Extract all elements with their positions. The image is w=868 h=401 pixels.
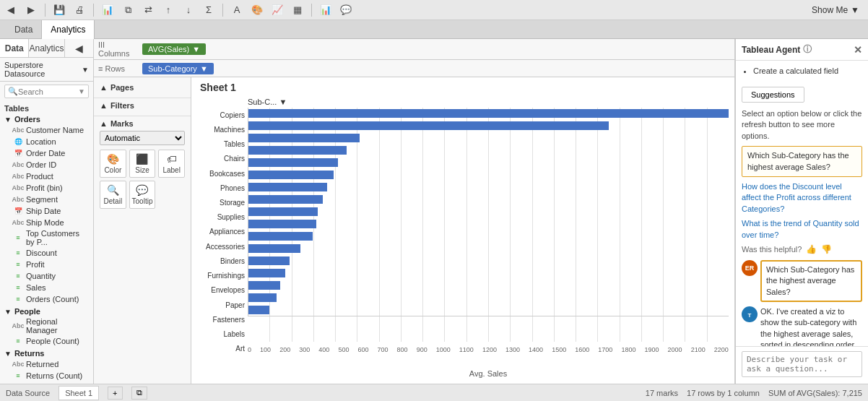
back-btn[interactable]: ◀ <box>3 2 19 18</box>
filter-icon[interactable]: ▼ <box>78 87 85 95</box>
label-btn[interactable]: 🏷 Label <box>158 150 185 178</box>
bar-envelopes <box>248 256 290 265</box>
tab-data[interactable]: Data <box>6 20 42 39</box>
bar-row-copiers[interactable] <box>248 108 729 119</box>
suggestions-button-1[interactable]: Suggestions <box>742 87 804 103</box>
bar-row-tables[interactable] <box>248 132 729 144</box>
new-sheet-button[interactable]: + <box>108 387 122 400</box>
field-order-id[interactable]: AbcOrder ID <box>0 159 93 171</box>
caption-btn[interactable]: 💬 <box>338 2 354 18</box>
bar-row-appliances[interactable] <box>248 206 729 217</box>
bar-row-fasteners[interactable] <box>248 280 729 291</box>
agent-close-button[interactable]: ✕ <box>854 44 862 56</box>
sidebar-tab-data[interactable]: Data <box>0 39 29 57</box>
field-customer-name[interactable]: AbcCustomer Name <box>0 124 93 136</box>
col-header-row: Sub-C... ▼ <box>197 98 729 106</box>
bar-row-furnishings[interactable] <box>248 243 729 254</box>
sidebar-tab-analytics[interactable]: Analytics <box>29 39 64 57</box>
field-order-date[interactable]: 📅Order Date <box>0 147 93 159</box>
returns-group-header[interactable]: ▼ Returns <box>0 348 93 358</box>
sort-desc-btn[interactable]: ↓ <box>181 2 196 18</box>
highlight-btn[interactable]: A <box>229 2 245 18</box>
field-profit[interactable]: ≡Profit <box>0 259 93 270</box>
color-btn[interactable]: 🎨 <box>249 2 265 18</box>
sidebar-collapse-btn[interactable]: ◀ <box>65 39 93 57</box>
detail-btn[interactable]: 🔍 Detail <box>100 181 126 209</box>
highlighted-suggestion-card[interactable]: Which Sub-Category has the highest avera… <box>742 146 862 177</box>
agent-header: Tableau Agent ⓘ ✕ <box>736 39 868 61</box>
field-regional-manager[interactable]: AbcRegional Manager <box>0 316 93 335</box>
measure-icon6: ≡ <box>13 294 23 304</box>
field-ship-mode[interactable]: AbcShip Mode <box>0 217 93 228</box>
print-btn[interactable]: 🖨 <box>71 2 87 18</box>
forward-btn[interactable]: ▶ <box>23 2 39 18</box>
sum-btn[interactable]: Σ <box>201 2 217 18</box>
bar-row-machines[interactable] <box>248 120 729 131</box>
bar-row-art[interactable] <box>248 304 729 316</box>
thumbs-up-icon-1[interactable]: 👍 <box>806 244 817 254</box>
new-sheet-btn[interactable]: 📊 <box>100 2 116 18</box>
sub-category-col-header: Sub-C... ▼ <box>248 98 287 106</box>
field-top-customers[interactable]: ≡Top Customers by P... <box>0 228 93 247</box>
field-profit-bin[interactable]: AbcProfit (bin) <box>0 182 93 194</box>
bar-row-storage[interactable] <box>248 181 729 193</box>
color-btn[interactable]: 🎨 Color <box>100 150 126 178</box>
suggestion-1[interactable]: How does the Discount level affect the P… <box>742 181 862 215</box>
bar-row-supplies[interactable] <box>248 194 729 205</box>
agent-input-field[interactable] <box>742 351 862 377</box>
agent-info-icon[interactable]: ⓘ <box>803 43 812 56</box>
marks-header[interactable]: ▲ Marks <box>100 119 185 128</box>
field-ship-date[interactable]: 📅Ship Date <box>0 205 93 217</box>
swap-btn[interactable]: ⇄ <box>140 2 156 18</box>
duplicate-sheet-button[interactable]: ⧉ <box>131 387 147 400</box>
abc-icon7: Abc <box>13 321 23 331</box>
bar-row-envelopes[interactable] <box>248 255 729 267</box>
search-input[interactable] <box>18 87 78 96</box>
save-btn[interactable]: 💾 <box>51 2 67 18</box>
x-tick-1700: 1700 <box>598 346 612 353</box>
bar-storage <box>248 183 327 191</box>
bar-row-chairs[interactable] <box>248 145 729 156</box>
field-returns-count[interactable]: ≡Returns (Count) <box>0 370 93 381</box>
field-segment[interactable]: AbcSegment <box>0 194 93 205</box>
field-quantity[interactable]: ≡Quantity <box>0 270 93 282</box>
field-orders-count[interactable]: ≡Orders (Count) <box>0 293 93 305</box>
field-sales[interactable]: ≡Sales <box>0 282 93 293</box>
size-btn[interactable]: ⬛ Size <box>129 150 156 178</box>
field-returned[interactable]: AbcReturned <box>0 358 93 370</box>
bar-row-bookcases[interactable] <box>248 157 729 168</box>
fit-btn[interactable]: ▦ <box>290 2 305 18</box>
rows-pill[interactable]: Sub-Category ▼ <box>142 63 214 74</box>
suggestion-2[interactable]: What is the trend of Quantity sold over … <box>742 218 862 241</box>
field-location[interactable]: 🌐Location <box>0 136 93 147</box>
thumbs-down-icon-1[interactable]: 👎 <box>821 244 832 254</box>
tooltip-btn[interactable]: 💬 Tooltip <box>129 181 156 209</box>
sheet-1-tab[interactable]: Sheet 1 <box>58 386 99 400</box>
field-discount[interactable]: ≡Discount <box>0 247 93 259</box>
bar-row-binders[interactable] <box>248 230 729 242</box>
bar-row-phones[interactable] <box>248 169 729 181</box>
datasource-menu-icon[interactable]: ▼ <box>82 66 89 74</box>
orders-arrow: ▼ <box>4 116 12 124</box>
bar-row-accessories[interactable] <box>248 218 729 230</box>
show-me-button[interactable]: Show Me ▼ <box>806 4 865 17</box>
y-label-furnishings: Furnishings <box>197 270 245 282</box>
chart-btn[interactable]: 📊 <box>318 2 334 18</box>
line-btn[interactable]: 📈 <box>269 2 285 18</box>
bar-row-paper[interactable] <box>248 267 729 279</box>
bar-supplies <box>248 195 323 204</box>
field-measure-names[interactable]: AbcMeasure Names <box>0 383 93 384</box>
filters-header[interactable]: ▲ Filters <box>100 101 185 110</box>
bar-row-labels[interactable] <box>248 292 729 303</box>
sort-asc-btn[interactable]: ↑ <box>160 2 176 18</box>
marks-type-select[interactable]: Automatic Bar Line Area Circle <box>100 131 185 145</box>
field-product[interactable]: AbcProduct <box>0 171 93 182</box>
duplicate-btn[interactable]: ⧉ <box>120 2 136 18</box>
data-source-tab[interactable]: Data Source <box>6 389 50 397</box>
orders-group-header[interactable]: ▼ Orders <box>0 114 93 124</box>
columns-pill[interactable]: AVG(Sales) ▼ <box>142 43 206 55</box>
field-people-count[interactable]: ≡People (Count) <box>0 335 93 347</box>
pages-header[interactable]: ▲ Pages <box>100 83 185 92</box>
tab-analytics[interactable]: Analytics <box>42 20 95 39</box>
people-group-header[interactable]: ▼ People <box>0 306 93 316</box>
